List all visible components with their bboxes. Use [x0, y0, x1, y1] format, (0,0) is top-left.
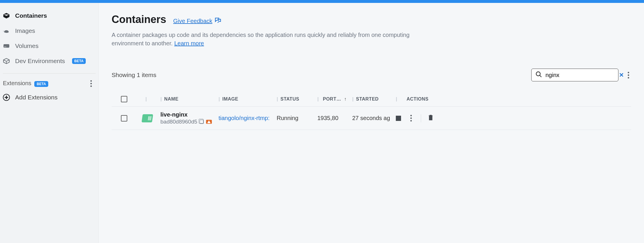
table-header: | |NAME |IMAGE |STATUS |PORT…↑ |STARTED … — [112, 92, 631, 107]
sidebar-item-images[interactable]: Images — [0, 23, 99, 38]
sort-asc-icon[interactable]: ↑ — [344, 97, 347, 102]
sidebar-item-dev-environments[interactable]: Dev Environments BETA — [0, 53, 99, 69]
clear-search-button[interactable]: ✕ — [619, 72, 624, 78]
extensions-heading: Extensions — [3, 80, 31, 86]
search-icon — [536, 71, 542, 79]
container-id: bad80d8960d5 — [160, 119, 197, 125]
containers-table: | |NAME |IMAGE |STATUS |PORT…↑ |STARTED … — [112, 92, 631, 130]
page-title: Containers — [112, 13, 166, 26]
beta-badge: BETA — [34, 81, 48, 87]
showing-count: Showing 1 items — [112, 72, 156, 78]
sidebar-label: Volumes — [15, 42, 39, 49]
sidebar-label: Containers — [15, 12, 47, 19]
svg-point-3 — [536, 72, 540, 76]
plus-circle-icon — [3, 94, 10, 101]
list-options-button[interactable] — [625, 72, 631, 78]
th-status[interactable]: STATUS — [280, 97, 299, 101]
th-name[interactable]: NAME — [164, 97, 178, 101]
svg-point-1 — [4, 47, 5, 47]
image-link[interactable]: tiangolo/nginx-rtmp: — [219, 115, 270, 121]
give-feedback-link[interactable]: Give Feedback — [173, 17, 221, 25]
row-menu-button[interactable] — [408, 115, 414, 122]
row-checkbox[interactable] — [121, 115, 127, 122]
divider — [3, 73, 96, 74]
sidebar-label: Dev Environments — [15, 58, 65, 65]
sidebar-label: Images — [15, 27, 35, 34]
svg-line-4 — [540, 75, 541, 77]
th-ports[interactable]: PORT… — [323, 97, 341, 102]
status-text: Running — [277, 115, 298, 121]
dev-env-icon — [3, 58, 10, 65]
sidebar-item-volumes[interactable]: Volumes — [0, 38, 99, 53]
copy-icon[interactable] — [200, 120, 204, 124]
table-row[interactable]: live-nginx bad80d8960d5 tiangolo/nginx-r… — [112, 107, 631, 130]
warning-triangle-icon — [207, 120, 211, 123]
separator — [421, 114, 421, 122]
containers-icon — [3, 12, 10, 19]
main-content: Containers Give Feedback A container pac… — [99, 3, 644, 243]
feedback-label: Give Feedback — [173, 18, 212, 24]
feedback-icon — [215, 17, 221, 25]
select-all-checkbox[interactable] — [121, 96, 127, 102]
search-input[interactable] — [545, 72, 619, 78]
started-text: 27 seconds ag — [352, 115, 390, 121]
th-started[interactable]: STARTED — [356, 97, 379, 101]
search-box[interactable]: ✕ — [531, 69, 618, 81]
ports-text[interactable]: 1935,80 — [317, 115, 338, 122]
images-icon — [3, 27, 10, 34]
th-image[interactable]: IMAGE — [222, 97, 238, 101]
volumes-icon — [3, 42, 10, 49]
learn-more-link[interactable]: Learn more — [174, 40, 204, 47]
add-extensions-label: Add Extensions — [15, 94, 58, 101]
beta-badge: BETA — [72, 58, 86, 64]
container-name[interactable]: live-nginx — [160, 111, 219, 118]
add-extensions-button[interactable]: Add Extensions — [0, 89, 99, 106]
svg-rect-0 — [3, 44, 9, 48]
extensions-menu-button[interactable] — [88, 80, 94, 87]
th-actions: ACTIONS — [407, 97, 429, 102]
stop-button[interactable] — [396, 116, 401, 121]
sidebar-item-containers[interactable]: Containers — [0, 8, 99, 23]
page-description: A container packages up code and its dep… — [112, 31, 414, 48]
warning-badge[interactable] — [206, 120, 212, 124]
top-bar — [0, 0, 644, 3]
svg-point-2 — [6, 47, 6, 47]
delete-button[interactable] — [428, 114, 433, 122]
sidebar: Containers Images Volumes Dev Environmen… — [0, 3, 99, 243]
container-running-icon — [142, 114, 153, 122]
